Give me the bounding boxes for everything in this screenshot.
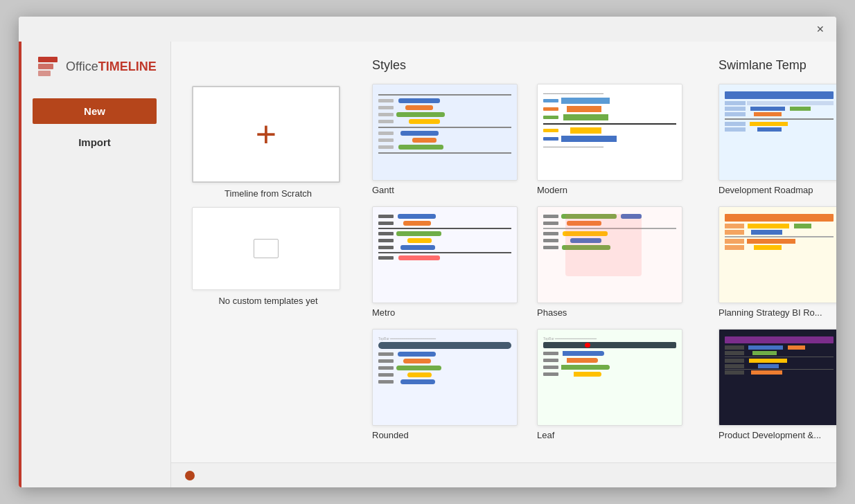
- planning-label: Planning Strategy BI Ro...: [719, 307, 836, 318]
- scratch-section: + Timeline from Scratch No custom templa…: [192, 58, 344, 440]
- swimlane-section: Swimlane Temp: [719, 58, 836, 440]
- leaf-label: Leaf: [537, 430, 682, 440]
- main-area: + Timeline from Scratch No custom templa…: [171, 42, 836, 487]
- product-dev-label: Product Development &...: [719, 430, 836, 440]
- title-bar: ✕: [19, 17, 836, 42]
- rounded-thumbnail: TopBar ━━━━━━━━━━━━━━━━━━━━━━: [372, 329, 518, 426]
- bottom-bar: [171, 462, 836, 487]
- main-window: ✕ OfficeTIMELINE New Import: [19, 17, 836, 487]
- styles-grid: Gantt ━━━━━━━━━━━━━━━━━━━━━━━━━━━━━: [372, 84, 691, 440]
- sections-row: + Timeline from Scratch No custom templa…: [192, 58, 836, 440]
- rounded-label: Rounded: [372, 430, 518, 440]
- new-button[interactable]: New: [33, 98, 157, 124]
- phases-label: Phases: [537, 307, 682, 318]
- product-dev-thumbnail: [719, 329, 836, 426]
- styles-title: Styles: [372, 58, 691, 73]
- logo: OfficeTIMELINE: [33, 55, 157, 78]
- swimlane-card-dev-roadmap[interactable]: Development Roadmap: [719, 84, 836, 195]
- style-card-metro[interactable]: Metro: [372, 206, 518, 318]
- planning-thumbnail: [719, 206, 836, 303]
- metro-thumbnail: [372, 206, 518, 303]
- no-custom-label: No custom templates yet: [192, 296, 344, 306]
- logo-icon: [38, 55, 60, 78]
- dev-roadmap-thumbnail: [719, 84, 836, 181]
- custom-template-placeholder: [254, 239, 279, 258]
- gantt-label: Gantt: [372, 185, 518, 195]
- gantt-thumbnail: [372, 84, 518, 181]
- import-button[interactable]: Import: [33, 129, 157, 155]
- svg-rect-2: [38, 71, 51, 76]
- logo-text: OfficeTIMELINE: [66, 60, 157, 74]
- modern-label: Modern: [537, 185, 682, 195]
- plus-icon: +: [256, 116, 276, 152]
- style-card-phases[interactable]: Phases: [537, 206, 682, 318]
- sidebar: OfficeTIMELINE New Import: [19, 42, 171, 487]
- leaf-thumbnail: TopBar ━━━━━━━━━━━━━━━━━━━━: [537, 329, 682, 426]
- svg-rect-1: [38, 64, 53, 69]
- swimlane-title: Swimlane Temp: [719, 58, 836, 73]
- modern-thumbnail: ━━━━━━━━━━━━━━━━━━━━━━━━━━━━━ ━━━━━━━━━━…: [537, 84, 682, 181]
- style-card-rounded[interactable]: TopBar ━━━━━━━━━━━━━━━━━━━━━━: [372, 329, 518, 440]
- custom-template-card[interactable]: [192, 207, 340, 290]
- close-button[interactable]: ✕: [813, 21, 828, 37]
- style-card-gantt[interactable]: Gantt: [372, 84, 518, 195]
- style-card-modern[interactable]: ━━━━━━━━━━━━━━━━━━━━━━━━━━━━━ ━━━━━━━━━━…: [537, 84, 682, 195]
- dot-indicator: [185, 471, 195, 480]
- metro-label: Metro: [372, 307, 518, 318]
- content-area: OfficeTIMELINE New Import + Timeline fro…: [19, 42, 836, 487]
- styles-section: Styles: [372, 58, 691, 440]
- timeline-from-scratch-card[interactable]: +: [192, 86, 340, 183]
- swimlane-grid: Development Roadmap: [719, 84, 836, 440]
- dev-roadmap-label: Development Roadmap: [719, 185, 836, 195]
- phases-thumbnail: [537, 206, 682, 303]
- scratch-label: Timeline from Scratch: [192, 188, 344, 199]
- style-card-leaf[interactable]: TopBar ━━━━━━━━━━━━━━━━━━━━: [537, 329, 682, 440]
- main-scroll[interactable]: + Timeline from Scratch No custom templa…: [171, 42, 836, 462]
- swimlane-card-product-dev[interactable]: Product Development &...: [719, 329, 836, 440]
- svg-rect-0: [38, 57, 58, 62]
- swimlane-card-planning[interactable]: Planning Strategy BI Ro...: [719, 206, 836, 318]
